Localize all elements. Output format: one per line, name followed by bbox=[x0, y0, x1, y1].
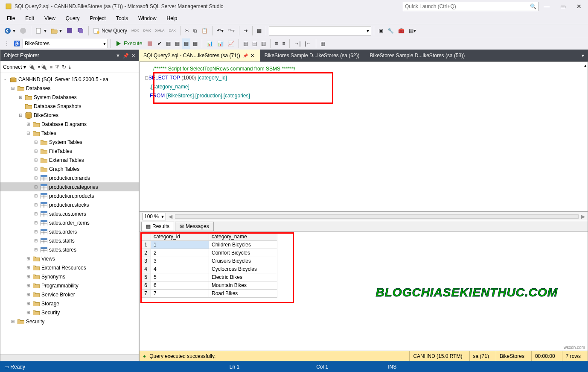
tree-node[interactable]: ⊞sales.order_items bbox=[0, 218, 139, 227]
specify-values-button[interactable]: ▦ bbox=[319, 38, 327, 49]
client-stats-button[interactable]: 📈 bbox=[226, 38, 236, 49]
pin-icon[interactable]: 📌 bbox=[243, 53, 248, 58]
results-grid[interactable]: category_idcategory_name11Children Bicyc… bbox=[139, 231, 588, 351]
tree-node[interactable]: ⊟Tables bbox=[0, 129, 139, 138]
horizontal-scrollbar[interactable] bbox=[0, 354, 139, 361]
tab-sample-62[interactable]: BikeStores Sample D...ikeStores (sa (62)… bbox=[260, 50, 366, 62]
menu-help[interactable]: Help bbox=[163, 14, 182, 23]
tree-node[interactable]: ⊞Storage bbox=[0, 299, 139, 308]
nav-right-icon[interactable]: ▶ bbox=[581, 214, 585, 220]
tree-node[interactable]: ⊞sales.orders bbox=[0, 227, 139, 236]
tree-node[interactable]: Database Snapshots bbox=[0, 102, 139, 111]
paste-button[interactable]: 📋 bbox=[200, 26, 210, 36]
close-icon[interactable]: ✕ bbox=[131, 53, 135, 59]
close-icon[interactable]: ✕ bbox=[250, 53, 254, 59]
maximize-button[interactable]: ▭ bbox=[560, 3, 566, 9]
solution-combo[interactable]: ▾ bbox=[269, 26, 371, 35]
tab-results[interactable]: ▦Results bbox=[141, 222, 174, 231]
nav-fwd-button[interactable] bbox=[18, 26, 28, 36]
zoom-combo[interactable]: 100 %▾ bbox=[142, 213, 166, 220]
editor-horizontal-scrollbar[interactable] bbox=[175, 214, 579, 219]
menu-file[interactable]: File bbox=[3, 14, 19, 23]
ext-button[interactable]: ♿ bbox=[12, 38, 22, 49]
results-to-text-button[interactable]: ▦ bbox=[191, 38, 199, 49]
tab-sample-53[interactable]: BikeStores Sample D...ikeStores (sa (53)… bbox=[365, 50, 471, 62]
tree-node[interactable]: ⊞Synonyms bbox=[0, 272, 139, 281]
plan-button[interactable]: ▦ bbox=[164, 38, 172, 49]
tree-node[interactable]: ⊞sales.customers bbox=[0, 209, 139, 218]
outdent-button[interactable]: |← bbox=[303, 38, 313, 49]
uncomment-button[interactable]: ≡ bbox=[280, 38, 287, 49]
tree-node[interactable]: ⊞System Databases bbox=[0, 93, 139, 102]
dmx-button[interactable]: DMX bbox=[142, 26, 153, 36]
tab-messages[interactable]: ✉Messages bbox=[175, 222, 214, 231]
comment-button[interactable]: ≡ bbox=[273, 38, 279, 49]
tree-node[interactable]: ⊞Security bbox=[0, 317, 139, 326]
tree-node[interactable]: ⊞System Tables bbox=[0, 138, 139, 146]
results-file-icon[interactable]: ▥ bbox=[259, 38, 268, 49]
xmla-button[interactable]: XMLA bbox=[154, 26, 166, 36]
menu-view[interactable]: View bbox=[40, 14, 60, 23]
tabs-overflow-icon[interactable]: ▾ bbox=[578, 50, 588, 62]
undo-button[interactable]: ↶▾ bbox=[215, 26, 225, 36]
save-all-button[interactable] bbox=[76, 26, 86, 36]
stop-icon[interactable]: ■ bbox=[49, 64, 52, 70]
mdx-button[interactable]: MDX bbox=[130, 26, 141, 36]
new-query-button[interactable]: New Query bbox=[91, 26, 129, 36]
parse-button[interactable]: ✔ bbox=[156, 38, 163, 49]
tree-node[interactable]: ⊞production.products bbox=[0, 191, 139, 200]
dropdown-icon[interactable]: ▼ bbox=[116, 53, 120, 58]
quick-launch-input[interactable] bbox=[405, 3, 530, 9]
connect-button[interactable]: Connect ▾ bbox=[3, 64, 26, 70]
stats2-button[interactable]: 📊 bbox=[215, 38, 225, 49]
stats-button[interactable]: 📊 bbox=[205, 38, 215, 49]
toolbox-icon[interactable]: 🧰 bbox=[396, 26, 406, 36]
tree-node[interactable]: ⊞production.brands bbox=[0, 173, 139, 182]
nav-left-icon[interactable]: ◀ bbox=[169, 214, 172, 220]
include-plan-button[interactable]: ▦ bbox=[173, 38, 181, 49]
tree-node[interactable]: ⊞Security bbox=[0, 308, 139, 317]
new-item-button[interactable]: ▾ bbox=[34, 26, 48, 36]
activity-icon[interactable]: ⫰ bbox=[69, 64, 71, 70]
open-button[interactable]: ▾ bbox=[49, 26, 64, 36]
refresh-icon[interactable]: ↻ bbox=[62, 64, 66, 70]
tree-node[interactable]: ⊞production.stocks bbox=[0, 200, 139, 209]
tree-node[interactable]: ⊞Graph Tables bbox=[0, 164, 139, 173]
sql-editor[interactable]: ▴ /****** Script for SelectTopNRows comm… bbox=[139, 62, 588, 212]
tree-node[interactable]: ⊞FileTables bbox=[0, 146, 139, 155]
wrench-icon[interactable]: 🔧 bbox=[386, 26, 396, 36]
arrow-button[interactable]: ➜ bbox=[242, 26, 250, 36]
tree-node[interactable]: ⊞sales.staffs bbox=[0, 236, 139, 245]
layout-icon[interactable]: ▤▾ bbox=[407, 26, 418, 36]
tree-node[interactable]: ⊞External Resources bbox=[0, 263, 139, 272]
menu-tools[interactable]: Tools bbox=[112, 14, 132, 23]
pin-icon[interactable]: 📌 bbox=[123, 53, 129, 59]
tree-node[interactable]: ⊟Databases bbox=[0, 84, 139, 93]
disconnect2-icon[interactable]: ×🔌 bbox=[38, 64, 47, 70]
object-tree[interactable]: - CANHND (SQL Server 15.0.2000.5 - sa ⊟D… bbox=[0, 73, 139, 354]
menu-query[interactable]: Query bbox=[61, 14, 84, 23]
cut-button[interactable]: ✂ bbox=[183, 26, 191, 36]
filter-icon[interactable]: ⧩ bbox=[55, 64, 59, 70]
execute-button[interactable]: Execute bbox=[114, 38, 144, 49]
minimize-button[interactable]: — bbox=[544, 3, 550, 9]
quick-launch-box[interactable]: 🔍 bbox=[403, 2, 539, 11]
copy-button[interactable]: ⧉ bbox=[192, 26, 199, 36]
results-text-icon[interactable]: ▤ bbox=[250, 38, 259, 49]
solution-button[interactable]: ▦ bbox=[255, 26, 263, 36]
close-button[interactable]: ✕ bbox=[576, 3, 582, 9]
menu-edit[interactable]: Edit bbox=[21, 14, 38, 23]
search-icon[interactable]: 🔍 bbox=[530, 3, 536, 9]
menu-window[interactable]: Window bbox=[134, 14, 161, 23]
tree-node[interactable]: ⊟BikeStores bbox=[0, 111, 139, 120]
tree-node[interactable]: ⊞Views bbox=[0, 254, 139, 263]
disconnect-icon[interactable]: 🔌 bbox=[29, 64, 35, 70]
dax-button[interactable]: DAX bbox=[167, 26, 177, 36]
nav-back-button[interactable]: ▾ bbox=[3, 26, 17, 36]
database-combo[interactable]: BikeStores▾ bbox=[23, 39, 108, 48]
indent-button[interactable]: →| bbox=[292, 38, 302, 49]
tree-node[interactable]: ⊞Database Diagrams bbox=[0, 120, 139, 129]
redo-button[interactable]: ↷▾ bbox=[226, 26, 236, 36]
menu-project[interactable]: Project bbox=[86, 14, 110, 23]
params-button[interactable]: ⋮ bbox=[3, 38, 11, 49]
